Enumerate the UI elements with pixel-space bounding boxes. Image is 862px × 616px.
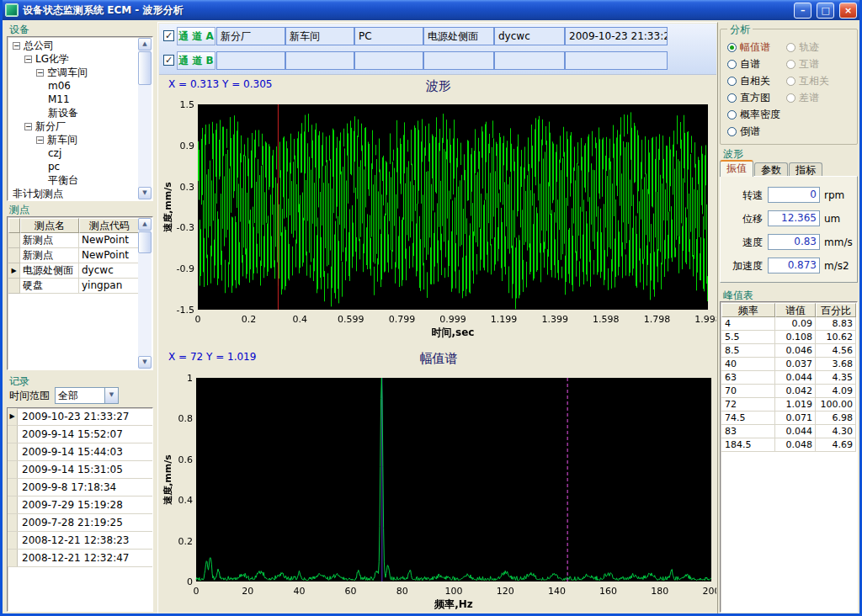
channel-a-field-0[interactable]: 新分厂 (216, 27, 285, 45)
vibration-tab-0[interactable]: 振值 (720, 160, 753, 177)
tree-node[interactable]: pc (9, 160, 138, 173)
tree-node[interactable]: −LG化学 (9, 52, 138, 66)
points-row[interactable]: 硬盘yingpan (8, 279, 138, 294)
points-grid: 测点名测点代码新测点NewPoint新测点NewPoint▶电源处侧面dycwc… (8, 218, 138, 294)
peaks-row[interactable]: 40.098.83 (721, 317, 856, 331)
record-row[interactable]: 2009-9-14 15:44:03 (8, 443, 152, 461)
check-icon: ✓ (164, 31, 173, 40)
field-unit: mm/s (824, 234, 853, 251)
peaks-cell: 0.044 (775, 425, 816, 438)
record-timestamp: 2009-9-14 15:31:05 (18, 461, 123, 478)
peaks-cell: 4.56 (816, 344, 856, 358)
dropdown-arrow-icon[interactable]: ▼ (104, 388, 118, 403)
scroll-thumb[interactable] (138, 51, 152, 85)
scroll-up-icon[interactable]: ▲ (138, 218, 152, 231)
scroll-thumb[interactable] (138, 231, 152, 253)
channel-a-field-4[interactable]: dycwc (494, 27, 565, 45)
channel-b-field-0[interactable] (216, 51, 285, 70)
record-row[interactable]: 2009-9-8 17:18:34 (8, 479, 152, 497)
tree-node[interactable]: 新设备 (9, 106, 138, 119)
analysis-option[interactable]: 自相关 (727, 75, 770, 90)
tree-node[interactable]: m06 (9, 79, 138, 93)
peaks-row[interactable]: 400.0373.68 (721, 358, 856, 371)
channel-b-field-5[interactable] (565, 51, 668, 70)
radio-icon[interactable] (727, 93, 737, 103)
record-row[interactable]: 2008-12-21 12:38:23 (8, 532, 152, 550)
radio-icon[interactable] (727, 127, 737, 136)
spectrum-chart[interactable] (161, 369, 716, 615)
maximize-button[interactable]: □ (817, 3, 834, 19)
tree-node[interactable]: 平衡台 (9, 173, 138, 187)
channel-a-field-5[interactable]: 2009-10-23 21:33:27 (565, 27, 668, 45)
points-scrollbar[interactable]: ▲ ▼ (138, 218, 152, 369)
channel-row-a: ✓通 道 A新分厂新车间PC电源处侧面dycwc2009-10-23 21:33… (159, 26, 716, 47)
channel-a-field-1[interactable]: 新车间 (285, 27, 354, 45)
peaks-cell: 6.98 (816, 412, 856, 425)
tree-node[interactable]: −总公司 (9, 39, 138, 52)
app-icon (5, 3, 19, 17)
minimize-button[interactable]: – (794, 3, 811, 19)
record-row[interactable]: 2008-12-21 12:32:47 (8, 550, 152, 567)
radio-icon[interactable] (727, 60, 737, 69)
peaks-cell: 72 (721, 398, 775, 412)
peaks-row[interactable]: 700.0424.09 (721, 385, 856, 398)
points-row[interactable]: ▶电源处侧面dycwc (8, 263, 138, 279)
record-row[interactable]: 2009-9-14 15:52:07 (8, 426, 152, 443)
peaks-cell: 3.68 (816, 358, 856, 371)
tree-expander-icon[interactable]: − (36, 69, 44, 77)
time-range-select[interactable]: 全部 ▼ (55, 387, 119, 404)
tree-scrollbar[interactable]: ▲ ▼ (138, 38, 152, 199)
tree-expander-icon[interactable]: − (36, 136, 44, 144)
title-bar: 设备状态监测系统 ECM - 波形分析 – □ × (3, 0, 859, 20)
peaks-row[interactable]: 5.50.10810.62 (721, 331, 856, 344)
points-cell: 新测点 (20, 233, 79, 248)
peaks-row[interactable]: 74.50.0716.98 (721, 412, 856, 425)
analysis-option[interactable]: 幅值谱 (727, 41, 770, 56)
peaks-row[interactable]: 184.50.0484.69 (721, 438, 856, 452)
tree-node-label: 新车间 (47, 134, 77, 146)
analysis-option[interactable]: 直方图 (727, 92, 770, 107)
close-button[interactable]: × (839, 3, 857, 19)
channel-b-field-3[interactable] (423, 51, 494, 70)
peaks-row[interactable]: 8.50.0464.56 (721, 344, 856, 358)
peaks-row[interactable]: 721.019100.00 (721, 398, 856, 412)
tree-node[interactable]: −空调车间 (9, 66, 138, 79)
tree-node-label: M11 (48, 93, 70, 105)
scroll-down-icon[interactable]: ▼ (138, 356, 152, 369)
channel-b-checkbox[interactable]: ✓ (163, 55, 174, 66)
channel-b-field-1[interactable] (285, 51, 354, 70)
scroll-down-icon[interactable]: ▼ (138, 187, 152, 199)
record-timestamp: 2009-9-14 15:44:03 (18, 443, 123, 460)
record-row[interactable]: ▶2009-10-23 21:33:27 (8, 408, 152, 426)
analysis-option[interactable]: 概率密度 (727, 109, 780, 124)
channel-b-field-4[interactable] (494, 51, 565, 70)
radio-icon[interactable] (727, 43, 737, 52)
tree-node[interactable]: czj (9, 146, 138, 160)
radio-icon[interactable] (727, 110, 737, 119)
radio-icon[interactable] (727, 77, 737, 86)
tree-expander-icon[interactable]: − (24, 56, 32, 63)
tree-node[interactable]: −新车间 (9, 133, 138, 146)
channel-a-checkbox[interactable]: ✓ (163, 30, 174, 41)
analysis-option[interactable]: 自谱 (727, 58, 760, 73)
scroll-up-icon[interactable]: ▲ (138, 38, 152, 50)
record-row[interactable]: 2009-7-29 15:19:28 (8, 497, 152, 514)
channel-a-field-3[interactable]: 电源处侧面 (423, 27, 494, 45)
record-timestamp: 2009-9-14 15:52:07 (18, 426, 123, 443)
tree-node[interactable]: −新分厂 (9, 119, 138, 133)
record-row[interactable]: 2009-7-28 21:19:25 (8, 514, 152, 532)
tree-node[interactable]: 非计划测点 (9, 187, 138, 199)
record-row[interactable]: 2009-9-14 15:31:05 (8, 461, 152, 479)
points-row[interactable]: 新测点NewPoint (8, 248, 138, 263)
peaks-row[interactable]: 830.0444.30 (721, 425, 856, 438)
peaks-row[interactable]: 630.0444.35 (721, 371, 856, 385)
analysis-option[interactable]: 倒谱 (727, 125, 760, 141)
channel-a-field-2[interactable]: PC (354, 27, 423, 45)
tree-node[interactable]: M11 (9, 93, 138, 106)
points-row[interactable]: 新测点NewPoint (8, 233, 138, 248)
tree-expander-icon[interactable]: − (13, 42, 20, 50)
tree-expander-icon[interactable]: − (24, 123, 32, 130)
points-cell: dycwc (79, 263, 140, 279)
waveform-chart[interactable] (161, 95, 716, 344)
channel-b-field-2[interactable] (354, 51, 423, 70)
